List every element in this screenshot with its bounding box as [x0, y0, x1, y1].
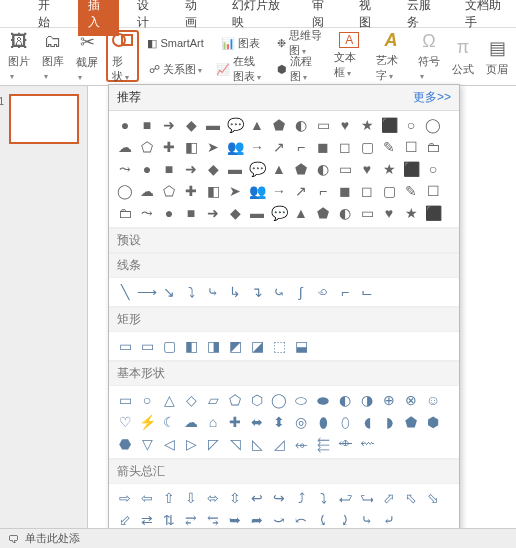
shape-option[interactable]: ⤺ [293, 512, 309, 528]
shape-option[interactable]: ★ [403, 205, 419, 221]
shape-option[interactable]: ⌐ [315, 183, 331, 199]
shape-option[interactable]: ◻ [359, 183, 375, 199]
shape-option[interactable]: ⤳ [117, 161, 133, 177]
ribbon-shapes[interactable]: 形状 [106, 30, 139, 82]
shape-option[interactable]: ⌐ [293, 139, 309, 155]
shape-option[interactable]: ▭ [117, 392, 133, 408]
ribbon-symbol[interactable]: Ω 符号 [414, 30, 444, 82]
shape-option[interactable]: ⤷ [205, 284, 221, 300]
ribbon-relation[interactable]: ☍关系图 [143, 56, 207, 82]
slide-thumb[interactable]: 1 [9, 94, 79, 144]
shape-option[interactable]: ▲ [293, 205, 309, 221]
shape-option[interactable]: ⤸ [337, 512, 353, 528]
shape-option[interactable]: ⬟ [403, 414, 419, 430]
shape-option[interactable]: ➥ [227, 512, 243, 528]
shape-option[interactable]: ➤ [227, 183, 243, 199]
shape-option[interactable]: ⇧ [161, 490, 177, 506]
shape-option[interactable]: ⤵ [183, 284, 199, 300]
shape-option[interactable]: ⤿ [271, 284, 287, 300]
shape-option[interactable]: ◐ [337, 392, 353, 408]
shape-option[interactable]: ● [117, 117, 133, 133]
shape-option[interactable]: ⬍ [271, 414, 287, 430]
shape-option[interactable]: ⊕ [381, 392, 397, 408]
shape-option[interactable]: ↪ [271, 490, 287, 506]
ribbon-picture[interactable]: 🖼 图片 [4, 30, 34, 82]
shape-option[interactable]: ◸ [205, 436, 221, 452]
shape-option[interactable]: 💬 [227, 117, 243, 133]
shape-option[interactable]: ⇳ [227, 490, 243, 506]
shape-option[interactable]: ➜ [205, 205, 221, 221]
shape-option[interactable]: 💬 [249, 161, 265, 177]
shape-option[interactable]: ↗ [271, 139, 287, 155]
shape-option[interactable]: ⇅ [161, 512, 177, 528]
ribbon-chart[interactable]: 📊图表 [212, 30, 269, 56]
shape-option[interactable]: ◗ [381, 414, 397, 430]
shape-option[interactable]: ⬂ [425, 490, 441, 506]
shape-option[interactable]: ♥ [337, 117, 353, 133]
shape-option[interactable]: ↩ [249, 490, 265, 506]
shape-option[interactable]: ╲ [117, 284, 133, 300]
ribbon-screenshot[interactable]: ✂ 截屏 [72, 30, 102, 82]
shape-option[interactable]: ∫ [293, 284, 309, 300]
shape-option[interactable]: ▷ [183, 436, 199, 452]
add-note[interactable]: 单击此处添 [25, 531, 80, 546]
shape-option[interactable]: ⤳ [139, 205, 155, 221]
shape-option[interactable]: ◯ [271, 392, 287, 408]
shape-option[interactable]: ⤷ [359, 512, 375, 528]
ribbon-mindmap[interactable]: ❉思维导图 [273, 30, 326, 56]
shape-option[interactable]: ▱ [205, 392, 221, 408]
shape-option[interactable]: ▢ [381, 183, 397, 199]
shape-option[interactable]: ⬯ [337, 414, 353, 430]
shape-option[interactable]: ⬓ [293, 338, 309, 354]
shape-option[interactable]: ▬ [205, 117, 221, 133]
shape-option[interactable]: → [271, 183, 287, 199]
shape-option[interactable]: ♥ [359, 161, 375, 177]
shape-option[interactable]: 👥 [249, 183, 265, 199]
shape-option[interactable]: ◧ [183, 139, 199, 155]
shape-option[interactable]: ➜ [161, 117, 177, 133]
ribbon-header[interactable]: ▤ 页眉 [482, 30, 512, 82]
shape-option[interactable]: ▭ [359, 205, 375, 221]
shape-option[interactable]: ● [161, 205, 177, 221]
shape-option[interactable]: ⬰ [293, 436, 309, 452]
shape-option[interactable]: ⬠ [227, 392, 243, 408]
shape-option[interactable]: ◼ [315, 139, 331, 155]
shape-option[interactable]: ⬛ [425, 205, 441, 221]
shape-option[interactable]: ⤹ [315, 512, 331, 528]
shape-option[interactable]: ⬣ [117, 436, 133, 452]
shape-option[interactable]: ⬟ [315, 205, 331, 221]
shape-option[interactable]: ■ [183, 205, 199, 221]
shape-option[interactable]: ⬟ [293, 161, 309, 177]
shape-option[interactable]: ➜ [183, 161, 199, 177]
shape-option[interactable]: ▭ [337, 161, 353, 177]
shape-option[interactable]: ⬳ [359, 436, 375, 452]
shape-option[interactable]: ⬃ [117, 512, 133, 528]
shape-option[interactable]: ⬄ [205, 490, 221, 506]
shape-option[interactable]: ◐ [293, 117, 309, 133]
shape-option[interactable]: ➦ [249, 512, 265, 528]
shape-option[interactable]: ☁ [139, 183, 155, 199]
shape-option[interactable]: ▭ [117, 338, 133, 354]
shape-option[interactable]: ◎ [293, 414, 309, 430]
shape-option[interactable]: ↴ [249, 284, 265, 300]
shape-option[interactable]: ▲ [249, 117, 265, 133]
shape-option[interactable]: ▢ [161, 338, 177, 354]
shape-option[interactable]: ⮑ [359, 490, 375, 506]
ribbon-smartart[interactable]: ◧SmartArt [143, 30, 207, 56]
shape-option[interactable]: ○ [403, 117, 419, 133]
ribbon-flowchart[interactable]: ⬢流程图 [273, 56, 326, 82]
shape-option[interactable]: 💬 [271, 205, 287, 221]
shape-option[interactable]: ◁ [161, 436, 177, 452]
shape-option[interactable]: ⬬ [315, 392, 331, 408]
shape-option[interactable]: ⇩ [183, 490, 199, 506]
shape-option[interactable]: ● [139, 161, 155, 177]
shape-option[interactable]: ☐ [403, 139, 419, 155]
shape-option[interactable]: 🗀 [117, 205, 133, 221]
shape-option[interactable]: ■ [139, 117, 155, 133]
shape-option[interactable]: ◿ [271, 436, 287, 452]
shape-option[interactable]: ◆ [227, 205, 243, 221]
shape-option[interactable]: ◯ [425, 117, 441, 133]
shape-option[interactable]: ◯ [117, 183, 133, 199]
shape-option[interactable]: ⬚ [271, 338, 287, 354]
shape-option[interactable]: ✎ [381, 139, 397, 155]
